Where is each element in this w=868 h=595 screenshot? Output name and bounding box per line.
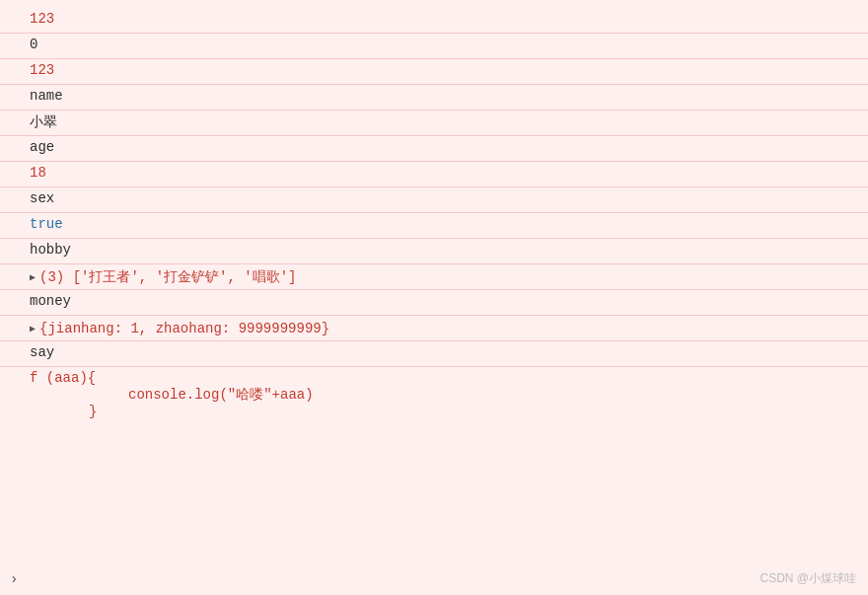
row-hobby-value[interactable]: ▶ (3) ['打王者', '打金铲铲', '唱歌'] [0,264,868,290]
row-hobby-label: hobby [0,239,868,264]
money-object-preview: {jianhang: 1, zhaohang: 9999999999} [39,321,329,336]
row-123-2: 123 [0,59,868,85]
function-line-1: f (aaa){ [30,370,96,386]
console-output: 123 0 123 name 小翠 age 18 sex true hobby … [0,0,868,430]
row-money-value[interactable]: ▶ {jianhang: 1, zhaohang: 9999999999} [0,316,868,341]
row-sex-label: sex [0,187,868,213]
value-123-2: 123 [30,62,54,78]
function-line-2: console.log("哈喽"+aaa) [30,386,314,404]
row-xiaocui: 小翠 [0,111,868,136]
row-say-label: say [0,341,868,367]
row-true: true [0,213,868,239]
row-123-1: 123 [0,8,868,34]
bottom-arrow: › [10,571,18,587]
function-line-3: } [30,404,97,419]
row-age-label: age [0,136,868,162]
expand-hobby-icon[interactable]: ▶ [30,271,36,283]
row-18: 18 [0,162,868,187]
label-hobby: hobby [30,242,71,258]
value-18: 18 [30,165,46,181]
watermark: CSDN @小煤球哇 [760,570,856,587]
value-0: 0 [30,37,37,52]
label-age: age [30,139,54,155]
label-name: name [30,88,63,104]
value-xiaocui: 小翠 [30,113,57,131]
expand-money-icon[interactable]: ▶ [30,323,36,335]
hobby-array-preview: (3) ['打王者', '打金铲铲', '唱歌'] [39,268,296,286]
row-money-label: money [0,290,868,316]
value-123-1: 123 [30,11,54,27]
row-0: 0 [0,34,868,59]
value-true: true [30,216,63,232]
label-sex: sex [30,190,54,206]
label-money: money [30,293,71,309]
row-say-value: f (aaa){ console.log("哈喽"+aaa) } [0,367,868,422]
label-say: say [30,344,54,360]
row-name-label: name [0,85,868,111]
